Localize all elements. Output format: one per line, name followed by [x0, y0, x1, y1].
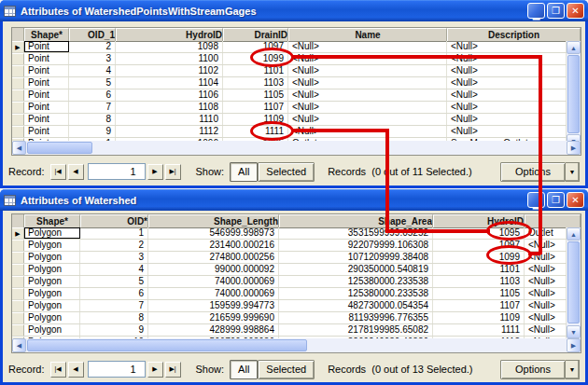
cell[interactable]: 482730000.054354 — [279, 300, 433, 311]
cell[interactable]: 216599.999690 — [148, 312, 279, 323]
current-record-indicator[interactable]: ▶ — [12, 227, 24, 239]
table-row[interactable]: Polygon3274800.0002561071209999.38408109… — [12, 252, 567, 264]
options-dropdown-icon[interactable]: ▼ — [566, 360, 580, 379]
cell[interactable]: 1103 — [223, 77, 288, 89]
table-row[interactable]: Point811101109<Null><Null> — [12, 114, 567, 126]
cell[interactable]: 290350000.540819 — [279, 264, 433, 275]
row-selector[interactable] — [12, 77, 24, 89]
cell[interactable]: <Null> — [288, 126, 447, 137]
column-header[interactable]: Description — [447, 28, 581, 41]
cell[interactable]: Point — [24, 102, 69, 113]
options-dropdown-icon[interactable]: ▼ — [566, 162, 580, 182]
cell[interactable]: <Null> — [447, 102, 567, 113]
cell[interactable]: 1111 — [433, 324, 525, 336]
cell[interactable]: 7 — [80, 300, 148, 311]
cell[interactable]: 74000.000069 — [148, 276, 279, 287]
cell[interactable]: 2 — [69, 41, 116, 52]
row-selector[interactable] — [12, 324, 24, 336]
cell[interactable]: 1071209999.38408 — [279, 252, 433, 263]
column-header[interactable]: OID_1 — [69, 28, 116, 41]
minimize-button[interactable]: ▁ — [527, 192, 545, 208]
cell[interactable]: <Null> — [525, 264, 567, 275]
cell[interactable]: Point — [24, 114, 69, 125]
record-number-input[interactable]: 1 — [88, 163, 146, 180]
table-row[interactable]: Point711081107<Null><Null> — [12, 102, 567, 114]
row-selector[interactable] — [12, 300, 24, 311]
cell[interactable]: 1104 — [116, 77, 223, 89]
record-number-input[interactable]: 1 — [88, 361, 146, 378]
cell[interactable]: <Null> — [525, 324, 567, 336]
cell[interactable]: 99000.000092 — [148, 264, 279, 275]
column-header[interactable]: HydroID — [116, 28, 223, 41]
cell[interactable]: Point — [24, 53, 69, 64]
table-row[interactable]: Point511041103<Null><Null> — [12, 77, 567, 89]
previous-record-button[interactable]: ◀ — [68, 164, 84, 180]
table-row[interactable]: Polygon7159599.994773482730000.054354110… — [12, 300, 567, 312]
cell[interactable]: <Null> — [447, 41, 567, 52]
row-selector[interactable] — [12, 252, 24, 263]
cell[interactable]: <Null> — [288, 65, 447, 76]
cell[interactable]: <Null> — [288, 102, 447, 113]
cell[interactable]: 274800.000256 — [148, 252, 279, 263]
scroll-up-icon[interactable]: ▲ — [567, 227, 581, 241]
cell[interactable]: 1111 — [223, 126, 288, 137]
cell[interactable]: 1 — [80, 227, 148, 239]
cell[interactable]: Outlet — [525, 227, 567, 239]
horizontal-scrollbar[interactable]: ◀ ▶ — [12, 338, 581, 352]
cell[interactable]: 125380000.233538 — [279, 288, 433, 299]
cell[interactable]: <Null> — [288, 53, 447, 64]
current-record-indicator[interactable]: ▶ — [12, 41, 24, 52]
cell[interactable]: Polygon — [24, 288, 80, 299]
last-record-button[interactable]: ▶| — [165, 164, 181, 180]
cell[interactable]: 3 — [69, 53, 116, 64]
cell[interactable]: 3 — [80, 252, 148, 263]
cell[interactable]: <Null> — [525, 300, 567, 311]
cell[interactable]: 1099 — [223, 53, 288, 64]
scroll-down-icon[interactable]: ▼ — [567, 325, 581, 338]
vertical-scrollbar[interactable]: ▲ ▼ — [567, 41, 581, 141]
cell[interactable]: 1107 — [433, 300, 525, 311]
cell[interactable]: Polygon — [24, 300, 80, 311]
cell[interactable]: 1095 — [433, 227, 525, 239]
cell[interactable]: Point — [24, 65, 69, 76]
next-record-button[interactable]: ▶ — [147, 362, 163, 378]
cell[interactable]: 1097 — [223, 41, 288, 52]
column-header[interactable]: HydroID — [433, 214, 525, 227]
row-selector[interactable] — [12, 89, 24, 101]
vertical-scrollbar[interactable]: ▲ ▼ — [567, 227, 581, 338]
close-button[interactable]: ✕ — [567, 3, 584, 19]
cell[interactable]: 1110 — [116, 114, 223, 125]
cell[interactable]: <Null> — [525, 276, 567, 287]
table-row[interactable]: Point611061105<Null><Null> — [12, 89, 567, 102]
cell[interactable]: 4 — [80, 264, 148, 275]
cell[interactable]: 1099 — [433, 252, 525, 263]
table-row[interactable]: Polygon9428999.9988642178199985.65082111… — [12, 324, 567, 337]
cell[interactable]: Point — [24, 41, 69, 52]
show-all-button[interactable]: All — [230, 162, 258, 182]
cell[interactable]: 1106 — [116, 89, 223, 101]
row-selector[interactable] — [12, 65, 24, 76]
cell[interactable]: 6 — [80, 288, 148, 299]
cell[interactable]: <Null> — [525, 312, 567, 323]
column-header[interactable]: DrainID — [223, 28, 288, 41]
cell[interactable]: Polygon — [24, 324, 80, 336]
table-row[interactable]: Point311001099<Null><Null> — [12, 53, 567, 65]
cell[interactable]: <Null> — [288, 41, 447, 52]
row-selector[interactable] — [12, 53, 24, 64]
cell[interactable]: 5 — [69, 77, 116, 89]
row-selector[interactable] — [12, 102, 24, 113]
cell[interactable]: 1108 — [116, 102, 223, 113]
cell[interactable]: Polygon — [24, 312, 80, 323]
cell[interactable]: 1109 — [433, 312, 525, 323]
show-all-button[interactable]: All — [230, 360, 258, 379]
cell[interactable]: 1098 — [116, 41, 223, 52]
cell[interactable]: 1102 — [116, 65, 223, 76]
cell[interactable]: <Null> — [447, 53, 567, 64]
cell[interactable]: 2178199985.65082 — [279, 324, 433, 336]
cell[interactable]: 125380000.233538 — [279, 276, 433, 287]
show-selected-button[interactable]: Selected — [258, 360, 315, 379]
minimize-button[interactable]: ▁ — [527, 3, 545, 19]
cell[interactable]: 4 — [69, 65, 116, 76]
cell[interactable]: Point — [24, 77, 69, 89]
table-row[interactable]: Polygon499000.000092290350000.5408191101… — [12, 264, 567, 276]
